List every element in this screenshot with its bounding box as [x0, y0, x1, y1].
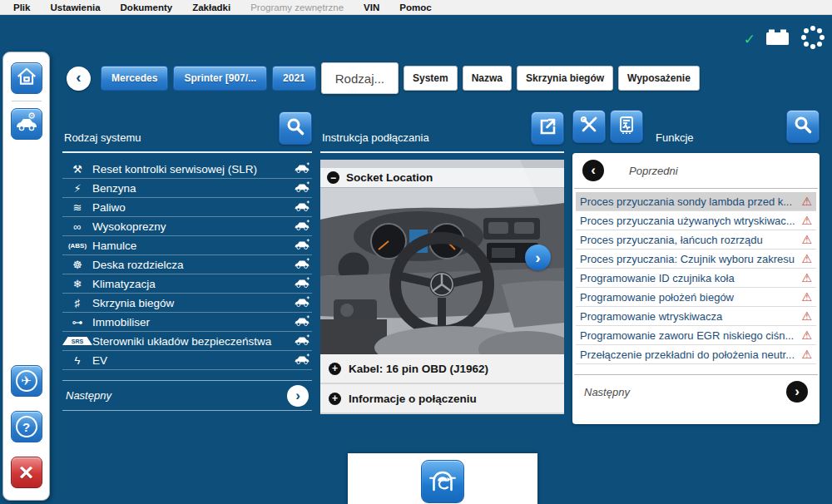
wrench-icon: ⚒ — [62, 163, 92, 175]
back-button[interactable]: ‹ — [67, 67, 91, 91]
system-type-row[interactable]: (ABS) Hamulce — [62, 236, 312, 255]
breadcrumb-step[interactable]: Wyposażenie — [618, 66, 700, 91]
system-type-label: Benzyna — [92, 182, 294, 195]
function-row[interactable]: Proces przyuczania: Czujnik wyboru zakre… — [576, 250, 816, 269]
ignition-spark-icon: ⚡ — [62, 182, 92, 195]
function-row[interactable]: Proces przyuczania sondy lambda przed k.… — [576, 192, 816, 211]
breadcrumb-step[interactable]: Skrzynia biegów — [517, 66, 613, 91]
breadcrumb-step[interactable]: Mercedes — [101, 66, 168, 91]
function-label: Proces przyuczania sondy lambda przed k.… — [580, 195, 796, 208]
question-icon: ? — [16, 416, 37, 437]
function-row[interactable]: Proces przyuczania używanych wtryskiwac.… — [576, 211, 816, 230]
help-button[interactable]: ? — [11, 411, 42, 442]
car-icon — [294, 295, 310, 311]
menu-item[interactable]: Dokumenty — [121, 2, 173, 12]
socket-location-image: − Socket Location › — [320, 160, 564, 354]
srs-icon: SRS — [62, 337, 92, 345]
gearshift-icon: ♯ — [62, 297, 92, 309]
exit-button[interactable]: × — [11, 457, 42, 488]
system-search-button[interactable] — [279, 111, 312, 145]
connection-panel-rule — [320, 151, 564, 153]
tools-button[interactable] — [572, 110, 606, 143]
system-type-label: Immobiliser — [92, 316, 294, 329]
test-report-icon — [617, 115, 636, 138]
system-type-row[interactable]: ϟ EV — [62, 351, 312, 370]
status-check-icon: ✓ — [744, 31, 755, 48]
expand-icon: + — [329, 393, 341, 405]
bottom-action-bar — [348, 453, 537, 504]
functions-previous-button[interactable]: ‹ Poprzedni — [572, 153, 820, 188]
car-icon — [294, 276, 310, 292]
menu-item[interactable]: Ustawienia — [50, 2, 100, 12]
system-type-row[interactable]: ≋ Paliwo — [62, 198, 312, 217]
function-row[interactable]: Programowanie ID czujnika koła ⚠ — [576, 269, 816, 288]
system-type-row[interactable]: ⊶ Immobiliser — [62, 313, 312, 332]
system-type-label: Hamulce — [92, 240, 294, 252]
car-icon — [294, 257, 310, 273]
chevron-left-icon: ‹ — [582, 160, 604, 181]
cable-info-row[interactable]: + Kabel: 16 pin OBD (J1962) — [320, 354, 564, 384]
breadcrumb-step[interactable]: System — [404, 66, 458, 91]
cable-label: Kabel: 16 pin OBD (J1962) — [349, 363, 488, 375]
breadcrumb-step[interactable]: Rodzaj... — [321, 62, 399, 94]
image-next-button[interactable]: › — [525, 245, 551, 270]
function-label: Programowanie zaworu EGR niskiego ciśn..… — [580, 329, 796, 342]
functions-next-button[interactable]: Następny › — [574, 375, 818, 408]
immobiliser-key-icon: ⊶ — [62, 316, 92, 329]
system-type-label: Paliwo — [92, 201, 294, 214]
previous-label: Poprzedni — [629, 165, 678, 177]
function-row[interactable]: Programowanie wtryskiwacza ⚠ — [576, 307, 816, 326]
system-type-row[interactable]: SRS Sterowniki układów bezpieczeństwa — [62, 332, 312, 351]
collapse-icon: − — [327, 171, 339, 184]
system-type-label: Wysokoprezny — [92, 220, 294, 233]
open-external-button[interactable] — [531, 111, 564, 145]
sidebar-divider — [12, 101, 42, 101]
system-type-row[interactable]: ⚡ Benzyna — [62, 179, 312, 198]
menu-item[interactable]: Plik — [13, 2, 30, 12]
function-row[interactable]: Proces przyuczania, łańcuch rozrządu ⚠ — [576, 230, 816, 250]
menu-item[interactable]: Zakładki — [192, 2, 230, 12]
menu-item[interactable]: Pomoc — [399, 2, 431, 12]
function-row[interactable]: Programowanie zaworu EGR niskiego ciśn..… — [576, 326, 816, 345]
function-label: Proces przyuczania używanych wtryskiwac.… — [580, 215, 796, 227]
menu-item[interactable]: VIN — [364, 2, 379, 12]
breadcrumb-step[interactable]: Sprinter [907/... — [173, 66, 267, 91]
system-type-label: EV — [92, 354, 294, 367]
warning-icon: ⚠ — [801, 348, 812, 360]
warning-icon: ⚠ — [801, 195, 812, 207]
functions-search-button[interactable] — [786, 110, 820, 143]
system-type-row[interactable]: ☸ Deska rozdzielcza — [62, 255, 312, 274]
system-type-row[interactable]: ∞ Wysokoprezny — [62, 217, 312, 236]
menu-bar: Plik Ustawienia Dokumenty Zakładki Progr… — [0, 0, 832, 15]
vehicle-connect-button[interactable] — [421, 460, 464, 503]
breadcrumb-steps: Mercedes Sprinter [907/... 2021 Rodzaj..… — [101, 62, 700, 94]
image-caption-bar[interactable]: − Socket Location — [320, 168, 564, 188]
warning-icon: ⚠ — [801, 272, 812, 284]
expand-icon: + — [329, 363, 341, 375]
test-report-button[interactable] — [610, 110, 643, 143]
system-type-row[interactable]: ⚒ Reset kontrolki serwisowej (SLR) — [62, 160, 312, 179]
function-label: Programowanie wtryskiwacza — [580, 310, 796, 323]
warning-icon: ⚠ — [801, 234, 812, 245]
function-row[interactable]: Programowanie położeń biegów ⚠ — [576, 288, 816, 307]
diagnostics-button[interactable]: ⚙ — [11, 108, 42, 140]
tools-icon — [579, 115, 599, 138]
home-button[interactable] — [11, 62, 42, 94]
breadcrumb-step[interactable]: Nazwa — [463, 66, 512, 91]
connection-info-row[interactable]: + Informacje o połączeniu — [320, 384, 564, 414]
functions-next-wrap: Następny › — [574, 374, 818, 408]
function-row[interactable]: Przełączenie przekładni do położenia neu… — [576, 345, 816, 364]
battery-icon[interactable] — [765, 28, 790, 50]
system-type-row[interactable]: ♯ Skrzynia biegów — [62, 294, 312, 313]
flight-mode-button[interactable]: ✈ — [11, 365, 42, 397]
functions-list: Proces przyuczania sondy lambda przed k.… — [572, 189, 820, 364]
search-icon — [285, 116, 305, 140]
system-type-row[interactable]: ❄ Klimatyzacja — [62, 274, 312, 294]
climate-icon: ❄ — [62, 278, 92, 290]
menu-item[interactable]: Programy zewnętrzne — [250, 2, 344, 12]
system-next-button[interactable]: Następny › — [62, 380, 312, 411]
car-icon — [294, 238, 310, 254]
busy-dots-icon[interactable] — [800, 25, 825, 53]
next-label: Następny — [584, 386, 630, 398]
breadcrumb-step[interactable]: 2021 — [272, 66, 316, 91]
